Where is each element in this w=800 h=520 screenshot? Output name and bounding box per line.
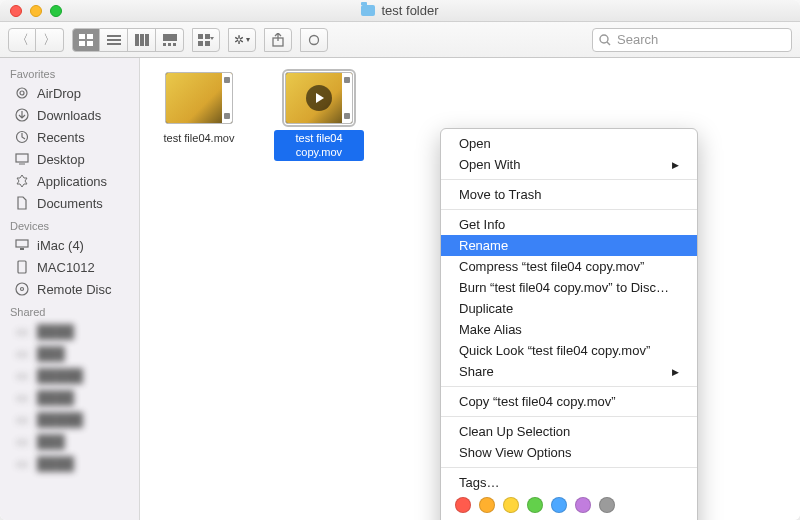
- list-view-button[interactable]: [100, 28, 128, 52]
- menu-compress[interactable]: Compress “test file04 copy.mov”: [441, 256, 697, 277]
- sidebar-item-label: Desktop: [37, 152, 85, 167]
- svg-rect-11: [163, 43, 166, 46]
- sidebar-item-airdrop[interactable]: AirDrop: [0, 82, 139, 104]
- finder-window: test folder 〈 〉: [0, 0, 800, 520]
- file-item[interactable]: test file04.mov: [154, 72, 244, 146]
- sidebar-item-label: █████: [37, 412, 83, 427]
- svg-point-31: [16, 283, 28, 295]
- search-field[interactable]: Search: [592, 28, 792, 52]
- share-group: [264, 28, 292, 52]
- menu-duplicate[interactable]: Duplicate: [441, 298, 697, 319]
- menu-open-with[interactable]: Open With: [441, 154, 697, 175]
- sidebar-item-shared[interactable]: ▭█████: [0, 364, 139, 386]
- menu-open[interactable]: Open: [441, 133, 697, 154]
- svg-rect-9: [145, 34, 149, 46]
- tag-blue[interactable]: [551, 497, 567, 513]
- view-mode-buttons: [72, 28, 184, 52]
- sidebar-item-recents[interactable]: Recents: [0, 126, 139, 148]
- forward-button[interactable]: 〉: [36, 28, 64, 52]
- recents-icon: [14, 129, 30, 145]
- minimize-window-button[interactable]: [30, 5, 42, 17]
- file-name: test file04 copy.mov: [274, 130, 364, 161]
- edit-tags-button[interactable]: [300, 28, 328, 52]
- svg-rect-12: [168, 43, 171, 46]
- sidebar-item-shared[interactable]: ▭█████: [0, 408, 139, 430]
- imac-icon: [14, 237, 30, 253]
- sidebar-item-desktop[interactable]: Desktop: [0, 148, 139, 170]
- sidebar-item-imac[interactable]: iMac (4): [0, 234, 139, 256]
- gear-icon: ✲: [234, 33, 244, 47]
- titlebar: test folder: [0, 0, 800, 22]
- sidebar-item-label: ████: [37, 390, 74, 405]
- menu-quick-look[interactable]: Quick Look “test file04 copy.mov”: [441, 340, 697, 361]
- sidebar-item-mac1012[interactable]: MAC1012: [0, 256, 139, 278]
- svg-point-19: [310, 35, 319, 44]
- column-view-button[interactable]: [128, 28, 156, 52]
- sidebar-item-label: █████: [37, 368, 83, 383]
- sidebar-item-shared[interactable]: ▭███: [0, 342, 139, 364]
- svg-rect-2: [79, 41, 85, 46]
- sidebar-item-remote-disc[interactable]: Remote Disc: [0, 278, 139, 300]
- arrange-button[interactable]: [192, 28, 220, 52]
- sidebar-item-shared[interactable]: ▭████: [0, 452, 139, 474]
- svg-point-22: [17, 88, 27, 98]
- tag-yellow[interactable]: [503, 497, 519, 513]
- sidebar-item-downloads[interactable]: Downloads: [0, 104, 139, 126]
- sidebar-item-applications[interactable]: Applications: [0, 170, 139, 192]
- tag-gray[interactable]: [599, 497, 615, 513]
- sidebar-item-label: Remote Disc: [37, 282, 111, 297]
- svg-rect-16: [198, 41, 203, 46]
- menu-tags-label: Tags…: [441, 472, 697, 493]
- action-group: ✲▾: [228, 28, 256, 52]
- menu-make-alias[interactable]: Make Alias: [441, 319, 697, 340]
- file-name: test file04.mov: [160, 130, 239, 146]
- svg-point-23: [20, 91, 24, 95]
- action-button[interactable]: ✲▾: [228, 28, 256, 52]
- tag-red[interactable]: [455, 497, 471, 513]
- file-item-selected[interactable]: test file04 copy.mov: [274, 72, 364, 161]
- nav-buttons: 〈 〉: [8, 28, 64, 52]
- tags-group: [300, 28, 328, 52]
- play-overlay-icon: [306, 85, 332, 111]
- menu-share[interactable]: Share: [441, 361, 697, 382]
- folder-icon: [361, 5, 375, 16]
- gallery-view-button[interactable]: [156, 28, 184, 52]
- sidebar-item-shared[interactable]: ▭████: [0, 386, 139, 408]
- menu-burn[interactable]: Burn “test file04 copy.mov” to Disc…: [441, 277, 697, 298]
- sidebar-item-label: Downloads: [37, 108, 101, 123]
- menu-separator: [441, 467, 697, 468]
- tag-purple[interactable]: [575, 497, 591, 513]
- zoom-window-button[interactable]: [50, 5, 62, 17]
- back-button[interactable]: 〈: [8, 28, 36, 52]
- sidebar-item-shared[interactable]: ▭███: [0, 430, 139, 452]
- applications-icon: [14, 173, 30, 189]
- icon-view-button[interactable]: [72, 28, 100, 52]
- svg-rect-0: [79, 34, 85, 39]
- sidebar-item-label: ████: [37, 324, 74, 339]
- svg-rect-15: [205, 34, 210, 39]
- close-window-button[interactable]: [10, 5, 22, 17]
- favorites-header: Favorites: [0, 62, 139, 82]
- sidebar-item-label: AirDrop: [37, 86, 81, 101]
- sidebar: Favorites AirDrop Downloads Recents Desk…: [0, 58, 140, 520]
- sidebar-item-shared[interactable]: ▭████: [0, 320, 139, 342]
- menu-get-info[interactable]: Get Info: [441, 214, 697, 235]
- share-button[interactable]: [264, 28, 292, 52]
- computer-icon: ▭: [14, 323, 30, 339]
- airdrop-icon: [14, 85, 30, 101]
- icon-view-area[interactable]: test file04.mov test file04 copy.mov Ope…: [140, 58, 800, 520]
- shared-header: Shared: [0, 300, 139, 320]
- menu-tag-colors: [441, 493, 697, 519]
- tag-orange[interactable]: [479, 497, 495, 513]
- sidebar-item-documents[interactable]: Documents: [0, 192, 139, 214]
- sidebar-item-label: iMac (4): [37, 238, 84, 253]
- share-icon: [272, 33, 284, 47]
- menu-clean-up[interactable]: Clean Up Selection: [441, 421, 697, 442]
- menu-copy[interactable]: Copy “test file04 copy.mov”: [441, 391, 697, 412]
- menu-show-view-options[interactable]: Show View Options: [441, 442, 697, 463]
- menu-move-to-trash[interactable]: Move to Trash: [441, 184, 697, 205]
- svg-rect-1: [87, 34, 93, 39]
- menu-rename[interactable]: Rename: [441, 235, 697, 256]
- tag-green[interactable]: [527, 497, 543, 513]
- computer-icon: ▭: [14, 345, 30, 361]
